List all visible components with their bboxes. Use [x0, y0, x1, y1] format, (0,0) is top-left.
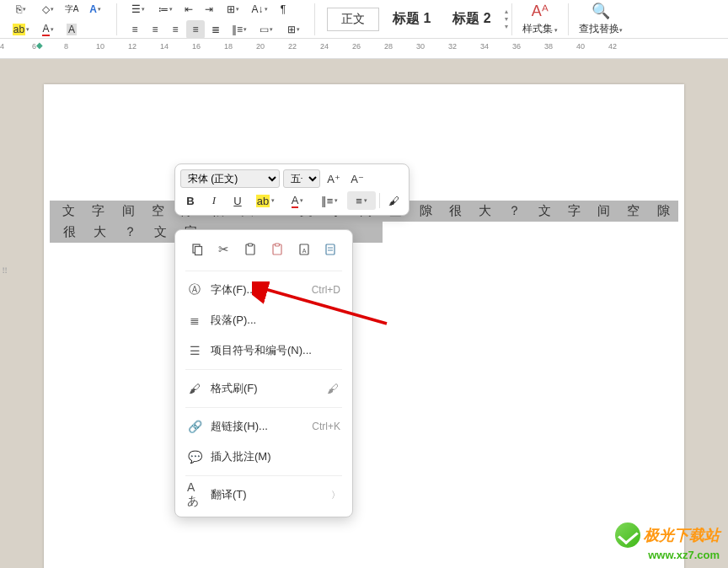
svg-rect-5	[275, 244, 279, 246]
fmt-label: 格式刷(F)	[211, 381, 317, 396]
paste-text-btn[interactable]: A	[294, 238, 314, 260]
paste-btn[interactable]	[240, 238, 260, 260]
gallery-label: 样式集 ▾	[522, 22, 558, 36]
size-select[interactable]: 五号	[283, 169, 320, 188]
indent-dec-btn[interactable]: ⇤	[179, 0, 198, 19]
mini-toolbar: 宋体 (正文) 五号 A⁺ A⁻ B I U ab▾ A▾ ‖≡▾ ≡▾ 🖌	[174, 163, 410, 216]
ribbon: ⎘▾ ◇▾ 字A A▾ ab▾ A▾ A ☰▾ ≔▾ ⇤ ⇥ ⊞▾ A↓▾ ¶	[0, 0, 728, 39]
comment-label: 插入批注(M)	[211, 449, 340, 464]
paragraph-menu-item[interactable]: ≣ 段落(P)...	[175, 305, 352, 335]
brush-icon: 🖌	[187, 382, 202, 395]
bullets-menu-item[interactable]: ☰ 项目符号和编号(N)...	[175, 335, 352, 366]
font-shortcut: Ctrl+D	[312, 284, 340, 296]
align-center-btn[interactable]: ≡	[146, 20, 164, 39]
search-icon: 🔍	[592, 2, 610, 20]
font-select[interactable]: 宋体 (正文)	[180, 169, 280, 188]
link-icon: 🔗	[187, 420, 202, 433]
highlight-btn[interactable]: ab▾	[8, 20, 34, 39]
numbering-btn[interactable]: ≔▾	[153, 0, 178, 19]
texteffect-btn[interactable]: A▾	[83, 0, 108, 19]
styles-nav[interactable]: ▴▾▾	[505, 8, 508, 30]
format-painter-menu-item[interactable]: 🖌 格式刷(F) 🖌	[175, 373, 352, 404]
cut-btn[interactable]: ✂	[214, 238, 234, 260]
sep	[185, 407, 342, 408]
svg-rect-8	[326, 244, 335, 255]
ruler[interactable]: ◆ 4681012141618202224262830323436384042	[0, 39, 728, 59]
align-btn[interactable]: ≡▾	[347, 191, 376, 210]
bold-btn[interactable]: B	[180, 191, 201, 210]
style-h2[interactable]: 标题 2	[444, 7, 499, 31]
indent-inc-btn[interactable]: ⇥	[200, 0, 218, 19]
tabs-btn[interactable]: ⊞▾	[220, 0, 245, 19]
align-dist-btn[interactable]: ≣	[206, 20, 225, 39]
sep	[511, 3, 512, 35]
sep	[185, 369, 342, 370]
clear-btn[interactable]: ◇▾	[35, 0, 61, 19]
align-right-btn[interactable]: ≡	[166, 20, 185, 39]
find-replace-btn[interactable]: 🔍 查找替换▾	[572, 2, 629, 36]
style-gallery-btn[interactable]: Aᴬ 样式集 ▾	[516, 2, 565, 36]
context-menu: ✂ A Ⓐ 字体(F)... Ctrl+D ≣ 段落(P)... ☰ 项目符号和…	[174, 229, 353, 517]
paste-keep-btn[interactable]	[320, 238, 340, 260]
para-label: 段落(P)...	[211, 313, 340, 328]
copy-btn[interactable]	[187, 238, 207, 260]
translate-menu-item[interactable]: Aあ 翻译(T) 〉	[175, 480, 352, 510]
underline-btn[interactable]: U	[228, 191, 248, 210]
bullets-icon: ☰	[187, 344, 202, 357]
font-menu-item[interactable]: Ⓐ 字体(F)... Ctrl+D	[175, 275, 352, 305]
document-area: ⠿ 文字间空隙很大？文字间空隙很大？文字间空隙 很大？文字	[0, 59, 728, 568]
style-h1[interactable]: 标题 1	[384, 7, 439, 31]
gallery-icon: Aᴬ	[532, 2, 549, 20]
grip-icon: ⠿	[2, 266, 7, 276]
comment-menu-item[interactable]: 💬 插入批注(M)	[175, 442, 352, 472]
font-label: 字体(F)...	[211, 282, 303, 297]
svg-rect-1	[195, 247, 201, 255]
style-normal[interactable]: 正文	[327, 8, 379, 31]
styles-group: 正文 标题 1 标题 2 ▴▾▾	[327, 7, 508, 31]
grow-font-btn[interactable]: A⁺	[324, 169, 344, 188]
translate-label: 翻译(T)	[211, 487, 323, 502]
fontcolor-btn[interactable]: A▾	[283, 191, 312, 210]
translate-icon: Aあ	[187, 480, 202, 509]
align-justify-btn[interactable]: ≡	[186, 20, 205, 39]
fontcolor-btn[interactable]: A▾	[35, 20, 61, 39]
brand-label: 极光下载站	[644, 525, 720, 545]
shading-btn[interactable]: ▭▾	[254, 20, 279, 39]
shrink-font-btn[interactable]: A⁻	[347, 169, 367, 188]
sep	[568, 3, 569, 35]
linespacing-btn[interactable]: ‖≡▾	[227, 20, 252, 39]
link-shortcut: Ctrl+K	[312, 421, 340, 432]
linespacing-btn[interactable]: ‖≡▾	[315, 191, 344, 210]
paste-special-btn[interactable]	[267, 238, 287, 260]
comment-icon: 💬	[187, 450, 202, 464]
bullets-btn[interactable]: ☰▾	[126, 0, 151, 19]
sep	[116, 3, 117, 35]
svg-text:A: A	[302, 248, 306, 254]
font-icon: Ⓐ	[187, 282, 202, 297]
page[interactable]: 文字间空隙很大？文字间空隙很大？文字间空隙 很大？文字	[44, 84, 684, 568]
font-group: ⎘▾ ◇▾ 字A A▾ ab▾ A▾ A	[3, 0, 113, 39]
para-group: ☰▾ ≔▾ ⇤ ⇥ ⊞▾ A↓▾ ¶ ≡ ≡ ≡ ≡ ≣ ‖≡▾ ▭▾ ⊞▾	[120, 0, 311, 39]
charshade-btn[interactable]: A	[62, 20, 81, 39]
highlight-btn[interactable]: ab▾	[251, 191, 280, 210]
brush-icon-2: 🖌	[325, 382, 340, 395]
format-painter-btn[interactable]: 🖌	[383, 191, 404, 210]
sep	[314, 3, 315, 35]
svg-rect-3	[249, 244, 253, 246]
brand-url: www.xz7.com	[648, 549, 720, 561]
logo-icon	[615, 522, 640, 548]
find-label: 查找替换▾	[579, 22, 623, 36]
chevron-right-icon: 〉	[331, 489, 340, 501]
hyperlink-menu-item[interactable]: 🔗 超链接(H)... Ctrl+K	[175, 411, 352, 442]
borders-btn[interactable]: ⊞▾	[281, 20, 306, 39]
sort-btn[interactable]: A↓▾	[247, 0, 272, 19]
bullets-label: 项目符号和编号(N)...	[211, 343, 340, 358]
phonetic-btn[interactable]: 字A	[62, 0, 81, 19]
format-btn[interactable]: ⎘▾	[8, 0, 34, 19]
showmarks-btn[interactable]: ¶	[274, 0, 292, 19]
align-left-btn[interactable]: ≡	[126, 20, 144, 39]
sep	[379, 193, 380, 208]
italic-btn[interactable]: I	[204, 191, 224, 210]
sep	[185, 475, 342, 476]
link-label: 超链接(H)...	[211, 419, 303, 434]
